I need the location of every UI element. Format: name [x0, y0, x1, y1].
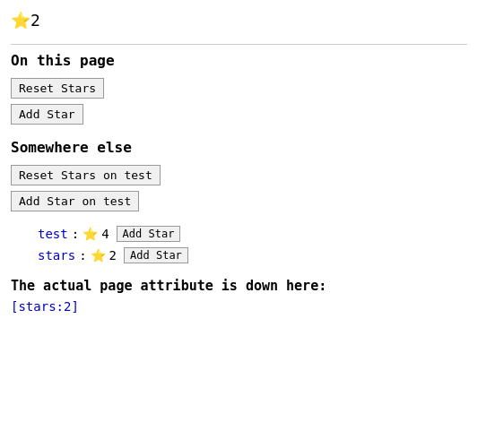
- test-link[interactable]: test: [38, 227, 68, 241]
- add-star-button[interactable]: Add Star: [11, 104, 83, 125]
- add-star-test-inline-button-1[interactable]: Add Star: [124, 247, 188, 263]
- star-number: 2: [30, 11, 40, 30]
- on-this-page-title: On this page: [11, 52, 467, 69]
- reset-stars-test-button[interactable]: Reset Stars on test: [11, 165, 161, 185]
- add-star-test-button[interactable]: Add Star on test: [11, 191, 139, 211]
- star-emoji: ⭐: [11, 11, 30, 30]
- list-item: stars : ⭐2 Add Star: [38, 247, 467, 263]
- list-item: test : ⭐4 Add Star: [38, 226, 467, 242]
- somewhere-else-title: Somewhere else: [11, 139, 467, 156]
- attribute-value: [stars:2]: [11, 299, 467, 314]
- stars-link[interactable]: stars: [38, 248, 75, 263]
- somewhere-else-buttons: Reset Stars on test Add Star on test: [11, 165, 467, 211]
- star-count-display: ⭐2: [11, 11, 467, 30]
- list-item-separator: :: [72, 227, 79, 241]
- list-item-separator: :: [79, 248, 86, 263]
- list-item-count: 2: [109, 248, 117, 263]
- reset-stars-button[interactable]: Reset Stars: [11, 78, 104, 99]
- actual-section: The actual page attribute is down here: …: [11, 278, 467, 314]
- add-star-test-inline-button-0[interactable]: Add Star: [117, 226, 181, 242]
- actual-title: The actual page attribute is down here:: [11, 278, 467, 294]
- list-item-star-emoji: ⭐: [91, 248, 106, 263]
- on-this-page-section: On this page Reset Stars Add Star: [11, 52, 467, 125]
- list-item-star-emoji: ⭐: [83, 227, 98, 241]
- list-section: test : ⭐4 Add Star stars : ⭐2 Add Star: [11, 226, 467, 263]
- on-this-page-buttons: Reset Stars Add Star: [11, 78, 467, 125]
- items-list: test : ⭐4 Add Star stars : ⭐2 Add Star: [11, 226, 467, 263]
- list-item-count: 4: [101, 227, 109, 241]
- divider: [11, 44, 467, 45]
- somewhere-else-section: Somewhere else Reset Stars on test Add S…: [11, 139, 467, 211]
